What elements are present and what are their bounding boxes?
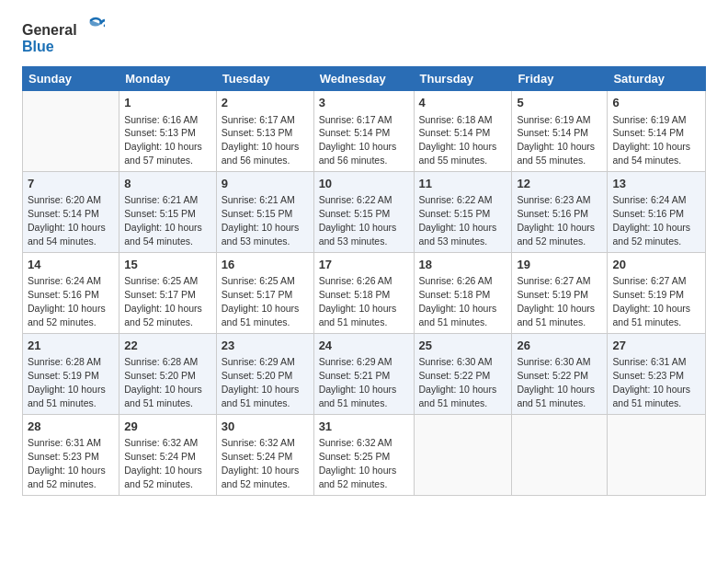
day-number: 15 (124, 257, 211, 273)
day-number: 2 (222, 95, 309, 111)
day-number: 9 (222, 176, 309, 192)
weekday-header-thursday: Thursday (414, 67, 512, 91)
day-number: 21 (28, 338, 114, 354)
calendar-cell: 1 Sunrise: 6:16 AMSunset: 5:13 PMDayligh… (119, 91, 217, 172)
calendar-cell: 6 Sunrise: 6:19 AMSunset: 5:14 PMDayligh… (608, 91, 706, 172)
day-info: Sunrise: 6:25 AMSunset: 5:17 PMDaylight:… (124, 275, 202, 327)
day-number: 5 (517, 95, 602, 111)
calendar-cell: 27 Sunrise: 6:31 AMSunset: 5:23 PMDaylig… (608, 333, 706, 414)
calendar-cell: 22 Sunrise: 6:28 AMSunset: 5:20 PMDaylig… (119, 333, 217, 414)
calendar-cell: 25 Sunrise: 6:30 AMSunset: 5:22 PMDaylig… (414, 333, 512, 414)
day-info: Sunrise: 6:18 AMSunset: 5:14 PMDaylight:… (419, 114, 497, 167)
day-number: 20 (612, 257, 700, 273)
header: General Blue (22, 17, 706, 57)
day-info: Sunrise: 6:32 AMSunset: 5:24 PMDaylight:… (222, 437, 300, 489)
calendar-week-row: 14 Sunrise: 6:24 AMSunset: 5:16 PMDaylig… (23, 252, 706, 333)
day-number: 14 (28, 257, 114, 273)
calendar-cell: 12 Sunrise: 6:23 AMSunset: 5:16 PMDaylig… (512, 171, 608, 252)
logo-area: General Blue (22, 17, 105, 57)
day-number: 10 (319, 176, 409, 192)
day-number: 7 (28, 176, 114, 192)
day-info: Sunrise: 6:25 AMSunset: 5:17 PMDaylight:… (222, 275, 300, 327)
day-number: 30 (222, 419, 309, 435)
day-number: 17 (319, 257, 409, 273)
calendar-cell: 31 Sunrise: 6:32 AMSunset: 5:25 PMDaylig… (313, 414, 414, 495)
day-info: Sunrise: 6:20 AMSunset: 5:14 PMDaylight:… (28, 194, 106, 247)
calendar-cell: 4 Sunrise: 6:18 AMSunset: 5:14 PMDayligh… (414, 91, 512, 172)
calendar-week-row: 7 Sunrise: 6:20 AMSunset: 5:14 PMDayligh… (23, 171, 706, 252)
day-info: Sunrise: 6:26 AMSunset: 5:18 PMDaylight:… (319, 275, 397, 327)
calendar-week-row: 1 Sunrise: 6:16 AMSunset: 5:13 PMDayligh… (23, 91, 706, 172)
day-info: Sunrise: 6:28 AMSunset: 5:20 PMDaylight:… (124, 356, 202, 408)
day-info: Sunrise: 6:27 AMSunset: 5:19 PMDaylight:… (612, 275, 690, 327)
calendar-cell: 10 Sunrise: 6:22 AMSunset: 5:15 PMDaylig… (313, 171, 414, 252)
calendar-table: SundayMondayTuesdayWednesdayThursdayFrid… (22, 66, 706, 496)
weekday-header-monday: Monday (119, 67, 217, 91)
logo: General Blue (22, 17, 105, 57)
day-info: Sunrise: 6:24 AMSunset: 5:16 PMDaylight:… (612, 194, 690, 247)
day-number: 29 (124, 419, 211, 435)
svg-text:Blue: Blue (22, 39, 54, 54)
day-number: 28 (28, 419, 114, 435)
day-info: Sunrise: 6:16 AMSunset: 5:13 PMDaylight:… (124, 114, 202, 167)
day-info: Sunrise: 6:24 AMSunset: 5:16 PMDaylight:… (28, 275, 106, 327)
day-info: Sunrise: 6:19 AMSunset: 5:14 PMDaylight:… (517, 114, 595, 167)
day-info: Sunrise: 6:22 AMSunset: 5:15 PMDaylight:… (319, 194, 397, 247)
calendar-cell: 16 Sunrise: 6:25 AMSunset: 5:17 PMDaylig… (216, 252, 313, 333)
day-info: Sunrise: 6:31 AMSunset: 5:23 PMDaylight:… (28, 437, 106, 489)
calendar-cell: 26 Sunrise: 6:30 AMSunset: 5:22 PMDaylig… (512, 333, 608, 414)
weekday-header-saturday: Saturday (608, 67, 706, 91)
calendar-cell (414, 414, 512, 495)
calendar-cell (23, 91, 119, 172)
day-info: Sunrise: 6:29 AMSunset: 5:20 PMDaylight:… (222, 356, 300, 408)
day-number: 27 (612, 338, 700, 354)
weekday-header-sunday: Sunday (23, 67, 119, 91)
day-info: Sunrise: 6:32 AMSunset: 5:24 PMDaylight:… (124, 437, 202, 489)
day-info: Sunrise: 6:21 AMSunset: 5:15 PMDaylight:… (124, 194, 202, 247)
day-info: Sunrise: 6:21 AMSunset: 5:15 PMDaylight:… (222, 194, 300, 247)
day-number: 18 (419, 257, 507, 273)
calendar-cell: 17 Sunrise: 6:26 AMSunset: 5:18 PMDaylig… (313, 252, 414, 333)
calendar-week-row: 21 Sunrise: 6:28 AMSunset: 5:19 PMDaylig… (23, 333, 706, 414)
day-number: 26 (517, 338, 602, 354)
page: General Blue SundayMondayTuesdayWednesda… (0, 0, 728, 507)
calendar-cell: 19 Sunrise: 6:27 AMSunset: 5:19 PMDaylig… (512, 252, 608, 333)
day-number: 13 (612, 176, 700, 192)
day-info: Sunrise: 6:27 AMSunset: 5:19 PMDaylight:… (517, 275, 595, 327)
day-number: 12 (517, 176, 602, 192)
day-number: 22 (124, 338, 211, 354)
day-number: 6 (612, 95, 700, 111)
day-number: 4 (419, 95, 507, 111)
day-info: Sunrise: 6:28 AMSunset: 5:19 PMDaylight:… (28, 356, 106, 408)
calendar-week-row: 28 Sunrise: 6:31 AMSunset: 5:23 PMDaylig… (23, 414, 706, 495)
weekday-header-wednesday: Wednesday (313, 67, 414, 91)
calendar-cell: 9 Sunrise: 6:21 AMSunset: 5:15 PMDayligh… (216, 171, 313, 252)
day-number: 3 (319, 95, 409, 111)
day-info: Sunrise: 6:19 AMSunset: 5:14 PMDaylight:… (612, 114, 690, 167)
calendar-cell: 29 Sunrise: 6:32 AMSunset: 5:24 PMDaylig… (119, 414, 217, 495)
day-number: 31 (319, 419, 409, 435)
day-number: 25 (419, 338, 507, 354)
day-number: 19 (517, 257, 602, 273)
weekday-header-tuesday: Tuesday (216, 67, 313, 91)
calendar-cell: 23 Sunrise: 6:29 AMSunset: 5:20 PMDaylig… (216, 333, 313, 414)
calendar-cell: 14 Sunrise: 6:24 AMSunset: 5:16 PMDaylig… (23, 252, 119, 333)
day-info: Sunrise: 6:31 AMSunset: 5:23 PMDaylight:… (612, 356, 690, 408)
day-info: Sunrise: 6:32 AMSunset: 5:25 PMDaylight:… (319, 437, 397, 489)
day-info: Sunrise: 6:17 AMSunset: 5:14 PMDaylight:… (319, 114, 397, 167)
calendar-body: 1 Sunrise: 6:16 AMSunset: 5:13 PMDayligh… (23, 91, 706, 496)
day-info: Sunrise: 6:22 AMSunset: 5:15 PMDaylight:… (419, 194, 497, 247)
day-number: 1 (124, 95, 211, 111)
calendar-cell: 21 Sunrise: 6:28 AMSunset: 5:19 PMDaylig… (23, 333, 119, 414)
calendar-cell: 20 Sunrise: 6:27 AMSunset: 5:19 PMDaylig… (608, 252, 706, 333)
logo-svg: General Blue (22, 17, 105, 57)
day-number: 23 (222, 338, 309, 354)
calendar-cell: 18 Sunrise: 6:26 AMSunset: 5:18 PMDaylig… (414, 252, 512, 333)
calendar-cell: 24 Sunrise: 6:29 AMSunset: 5:21 PMDaylig… (313, 333, 414, 414)
day-info: Sunrise: 6:29 AMSunset: 5:21 PMDaylight:… (319, 356, 397, 408)
calendar-cell: 30 Sunrise: 6:32 AMSunset: 5:24 PMDaylig… (216, 414, 313, 495)
calendar-cell: 8 Sunrise: 6:21 AMSunset: 5:15 PMDayligh… (119, 171, 217, 252)
calendar-header-row: SundayMondayTuesdayWednesdayThursdayFrid… (23, 67, 706, 91)
day-number: 16 (222, 257, 309, 273)
day-info: Sunrise: 6:30 AMSunset: 5:22 PMDaylight:… (419, 356, 497, 408)
